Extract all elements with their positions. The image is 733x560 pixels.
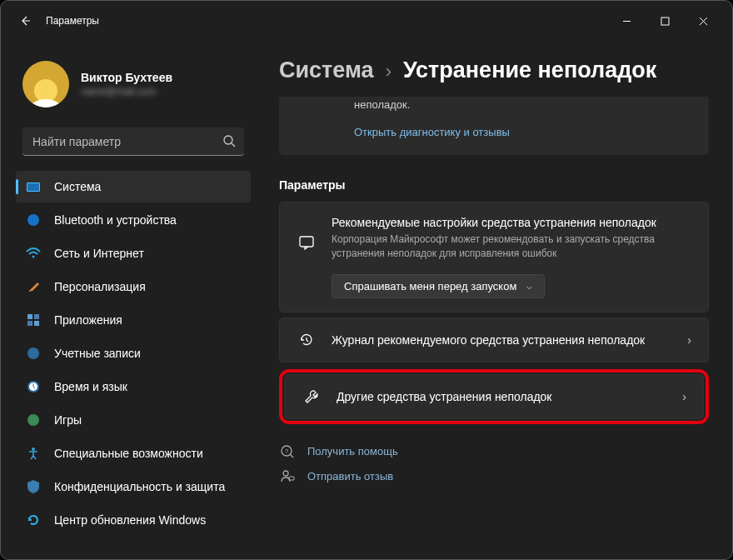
profile-email: name@mail.com — [81, 86, 172, 98]
search-icon — [222, 134, 236, 151]
nav: Система Bluetooth и устройства Сеть и Ин… — [16, 171, 251, 536]
chevron-right-icon: › — [682, 390, 686, 403]
breadcrumb-separator: › — [386, 61, 391, 82]
sidebar-item-system[interactable]: Система — [16, 171, 251, 202]
shield-icon — [26, 479, 41, 494]
recommended-settings-card: Рекомендуемые настройки средства устране… — [279, 202, 709, 312]
get-help-label: Получить помощь — [307, 445, 398, 458]
sidebar-item-network[interactable]: Сеть и Интернет — [16, 238, 251, 269]
sidebar: Виктор Бухтеев name@mail.com Система Blu… — [1, 42, 259, 554]
diagnostics-card: неполадок. Открыть диагностику и отзывы — [279, 97, 709, 155]
sidebar-item-privacy[interactable]: Конфиденциальность и защита — [16, 471, 251, 502]
sidebar-item-accounts[interactable]: Учетные записи — [16, 338, 251, 369]
chat-icon — [297, 234, 317, 251]
avatar — [22, 61, 69, 108]
app-title: Параметры — [46, 15, 99, 27]
open-diagnostics-link[interactable]: Открыть диагностику и отзывы — [354, 126, 510, 138]
update-icon — [26, 512, 41, 528]
recommended-dropdown[interactable]: Спрашивать меня перед запуском ⌵ — [332, 274, 545, 298]
section-label: Параметры — [279, 178, 709, 192]
svg-point-2 — [32, 256, 35, 258]
svg-rect-0 — [661, 18, 669, 25]
recommended-title: Рекомендуемые настройки средства устране… — [332, 216, 691, 229]
sidebar-item-apps[interactable]: Приложения — [16, 304, 251, 336]
svg-rect-3 — [27, 314, 32, 319]
help-icon: ? — [279, 444, 296, 459]
other-title: Другие средства устранения неполадок — [337, 390, 667, 403]
sidebar-item-label: Специальные возможности — [54, 447, 203, 460]
feedback-icon — [279, 469, 296, 484]
send-feedback-label: Отправить отзыв — [307, 470, 393, 482]
sidebar-item-bluetooth[interactable]: Bluetooth и устройства — [16, 204, 251, 236]
chevron-right-icon: › — [687, 333, 691, 347]
sidebar-item-label: Игры — [54, 413, 82, 427]
highlight-annotation: Другие средства устранения неполадок › — [279, 369, 709, 424]
wrench-icon — [302, 388, 322, 405]
back-button[interactable] — [17, 13, 32, 28]
profile-name: Виктор Бухтеев — [81, 71, 172, 84]
history-icon — [297, 332, 317, 348]
sidebar-item-personalization[interactable]: Персонализация — [16, 271, 251, 302]
sidebar-item-label: Приложения — [54, 313, 122, 327]
sidebar-item-time[interactable]: Время и язык — [16, 371, 251, 402]
apps-icon — [26, 312, 41, 328]
search-input[interactable] — [22, 128, 244, 156]
sidebar-item-update[interactable]: Центр обновления Windows — [16, 504, 251, 536]
titlebar: Параметры — [1, 1, 732, 41]
sidebar-item-label: Bluetooth и устройства — [54, 213, 177, 227]
sidebar-item-accessibility[interactable]: Специальные возможности — [16, 438, 251, 469]
gaming-icon — [26, 412, 41, 428]
svg-text:?: ? — [285, 448, 289, 455]
sidebar-item-label: Персонализация — [54, 280, 146, 293]
other-troubleshooters-card[interactable]: Другие средства устранения неполадок › — [284, 374, 704, 419]
svg-point-1 — [224, 136, 232, 144]
brush-icon — [26, 279, 41, 294]
sidebar-item-label: Учетные записи — [54, 347, 141, 360]
wifi-icon — [26, 246, 41, 261]
sidebar-item-label: Центр обновления Windows — [54, 513, 206, 527]
svg-point-9 — [32, 448, 35, 451]
profile[interactable]: Виктор Бухтеев name@mail.com — [16, 51, 251, 122]
svg-rect-6 — [34, 321, 39, 326]
get-help-link[interactable]: ? Получить помощь — [279, 444, 709, 459]
maximize-button[interactable] — [646, 8, 684, 34]
bluetooth-icon — [26, 212, 41, 228]
svg-rect-4 — [34, 314, 39, 319]
svg-rect-5 — [27, 321, 32, 326]
svg-point-13 — [283, 471, 288, 476]
svg-rect-10 — [300, 237, 313, 247]
troubleshoot-history-card[interactable]: Журнал рекомендуемого средства устранени… — [279, 318, 709, 362]
search-box[interactable] — [22, 128, 244, 156]
dropdown-label: Спрашивать меня перед запуском — [344, 280, 516, 292]
sidebar-item-label: Конфиденциальность и защита — [54, 480, 225, 493]
send-feedback-link[interactable]: Отправить отзыв — [279, 469, 709, 484]
window-controls — [607, 8, 722, 34]
sidebar-item-label: Сеть и Интернет — [54, 247, 144, 260]
diagnostics-snippet: неполадок. — [354, 97, 691, 111]
accounts-icon — [26, 346, 41, 361]
close-button[interactable] — [684, 8, 722, 34]
history-title: Журнал рекомендуемого средства устранени… — [332, 333, 672, 347]
footer-links: ? Получить помощь Отправить отзыв — [279, 444, 709, 484]
titlebar-left: Параметры — [17, 13, 99, 28]
sidebar-item-gaming[interactable]: Игры — [16, 404, 251, 436]
page-title: Устранение неполадок — [403, 58, 656, 83]
recommended-desc: Корпорация Майкрософт может рекомендоват… — [332, 232, 691, 261]
system-icon — [26, 179, 41, 194]
main-content: Система › Устранение неполадок неполадок… — [259, 42, 732, 554]
minimize-button[interactable] — [607, 8, 646, 34]
sidebar-item-label: Время и язык — [54, 380, 127, 393]
clock-icon — [26, 379, 41, 394]
sidebar-item-label: Система — [54, 180, 101, 193]
breadcrumb: Система › Устранение неполадок — [279, 58, 709, 83]
accessibility-icon — [26, 446, 41, 461]
breadcrumb-parent[interactable]: Система — [279, 58, 374, 83]
settings-window: Параметры Виктор Бухтеев name@mail.com — [0, 0, 733, 560]
chevron-down-icon: ⌵ — [526, 281, 532, 292]
